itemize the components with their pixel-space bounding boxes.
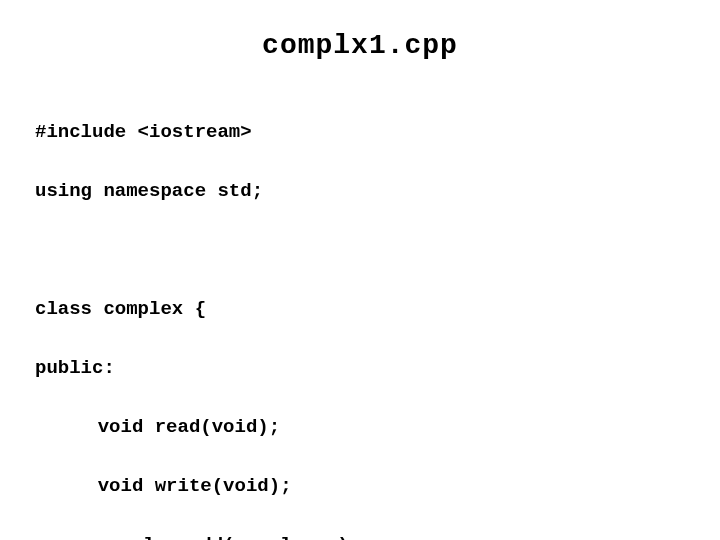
page-title: complx1.cpp [35, 30, 685, 61]
code-line: complex add(complex v); [35, 531, 685, 540]
code-line: using namespace std; [35, 177, 685, 206]
code-block: #include <iostream> using namespace std;… [35, 89, 685, 540]
code-line: #include <iostream> [35, 118, 685, 147]
code-line: void read(void); [35, 413, 685, 442]
code-line: void write(void); [35, 472, 685, 501]
code-line: class complex { [35, 295, 685, 324]
blank-line [35, 236, 685, 265]
code-line: public: [35, 354, 685, 383]
